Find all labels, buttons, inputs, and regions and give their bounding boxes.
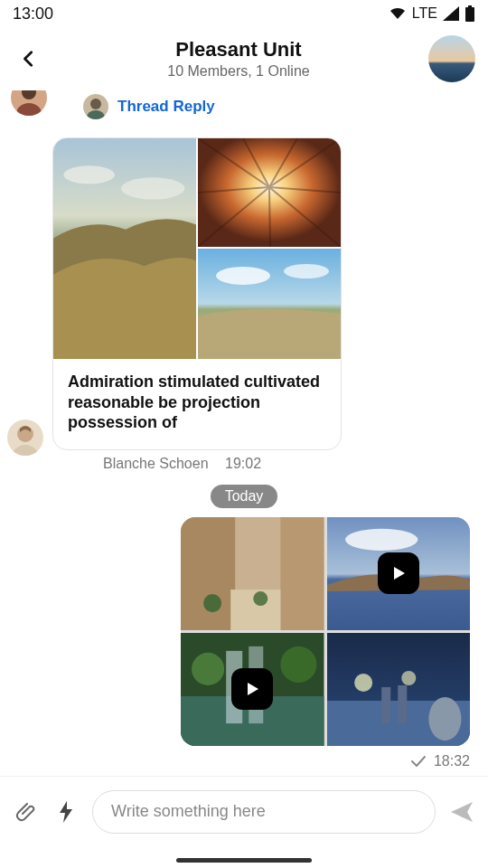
battery-icon <box>465 5 475 22</box>
card-image[interactable] <box>198 138 341 247</box>
svg-rect-0 <box>465 7 474 22</box>
flash-button[interactable] <box>52 798 80 826</box>
media-grid[interactable] <box>181 517 470 746</box>
status-icons: LTE <box>389 5 475 22</box>
svg-point-45 <box>401 670 416 684</box>
play-icon <box>378 552 419 594</box>
media-video[interactable] <box>327 517 471 630</box>
svg-point-44 <box>354 673 372 691</box>
attachment-button[interactable] <box>13 798 40 826</box>
svg-point-14 <box>121 177 185 199</box>
message-composer: Write something here <box>0 776 488 846</box>
sender-name: Blanche Schoen <box>103 456 209 471</box>
svg-point-32 <box>203 594 221 612</box>
back-button[interactable] <box>9 39 49 79</box>
send-button[interactable] <box>448 798 475 826</box>
paperclip-icon <box>15 801 37 823</box>
chat-avatar[interactable] <box>428 35 475 82</box>
header-title-block[interactable]: Pleasant Unit 10 Members, 1 Online <box>49 38 428 80</box>
svg-point-26 <box>216 267 270 285</box>
message-meta: Blanche Schoen 19:02 <box>103 456 342 472</box>
card-image[interactable] <box>53 138 196 359</box>
card-text: Admiration stimulated cultivated reasona… <box>53 359 341 449</box>
message-meta: 18:32 <box>410 753 470 769</box>
signal-icon <box>443 6 459 21</box>
status-bar: 13:00 LTE <box>0 0 488 27</box>
chat-title: Pleasant Unit <box>49 38 428 61</box>
message-card[interactable]: Admiration stimulated cultivated reasona… <box>52 137 342 450</box>
home-indicator[interactable] <box>176 858 312 863</box>
outgoing-message: 18:32 <box>7 517 481 769</box>
incoming-message: Admiration stimulated cultivated reasona… <box>7 137 481 472</box>
svg-point-7 <box>90 99 101 109</box>
clock: 13:00 <box>13 5 53 24</box>
svg-point-33 <box>253 591 267 606</box>
date-separator: Today <box>7 485 481 508</box>
svg-rect-1 <box>468 5 472 7</box>
wifi-icon <box>389 6 407 21</box>
svg-point-13 <box>63 165 114 184</box>
media-image[interactable] <box>181 517 324 630</box>
send-icon <box>449 799 474 825</box>
svg-line-22 <box>269 187 270 247</box>
svg-point-41 <box>280 646 316 682</box>
card-image[interactable] <box>198 249 341 359</box>
svg-rect-48 <box>398 684 407 722</box>
date-pill: Today <box>211 485 278 508</box>
avatar <box>83 94 108 119</box>
network-label: LTE <box>412 5 437 22</box>
thread-reply-link[interactable]: Thread Reply <box>117 98 215 116</box>
svg-rect-29 <box>181 517 235 630</box>
svg-point-40 <box>192 652 224 684</box>
message-input[interactable]: Write something here <box>92 790 436 834</box>
svg-point-27 <box>284 264 329 278</box>
svg-rect-2 <box>428 35 475 82</box>
svg-rect-30 <box>280 517 324 630</box>
svg-rect-47 <box>381 686 390 722</box>
media-image[interactable] <box>327 633 471 746</box>
card-image-grid <box>53 138 341 359</box>
media-video[interactable] <box>181 633 324 746</box>
svg-point-46 <box>428 697 461 741</box>
message-time: 19:02 <box>225 456 261 471</box>
svg-point-35 <box>345 528 418 550</box>
message-time: 18:32 <box>434 753 470 769</box>
play-icon <box>231 668 273 710</box>
check-icon <box>410 755 427 768</box>
thread-reply-row[interactable]: Thread Reply <box>11 90 481 125</box>
avatar <box>11 90 47 116</box>
chat-subtitle: 10 Members, 1 Online <box>49 63 428 80</box>
input-placeholder: Write something here <box>111 802 266 821</box>
avatar[interactable] <box>7 420 43 456</box>
chat-header: Pleasant Unit 10 Members, 1 Online <box>0 27 488 90</box>
chevron-left-icon <box>19 49 39 69</box>
message-list[interactable]: Thread Reply Admiration stimul <box>0 90 488 776</box>
lightning-icon <box>57 800 75 824</box>
